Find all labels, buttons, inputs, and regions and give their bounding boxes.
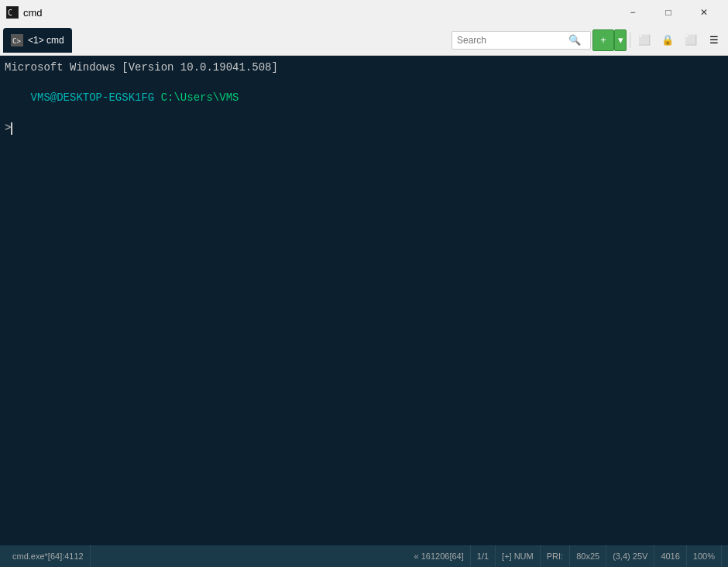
- tab-label: <1> cmd: [28, 35, 64, 46]
- add-tab-button[interactable]: +: [592, 29, 614, 51]
- title-bar: C cmd − □ ✕: [0, 0, 728, 25]
- terminal-path: C:\Users\VMS: [154, 91, 239, 104]
- minimize-button[interactable]: −: [615, 0, 651, 25]
- terminal-cursor: [11, 122, 12, 135]
- status-size: 80x25: [570, 545, 606, 567]
- status-numlock: [+] NUM: [496, 545, 541, 567]
- app-icon: C: [6, 6, 19, 19]
- status-mem: 4016: [654, 545, 686, 567]
- status-zoom: 100%: [687, 545, 722, 567]
- status-bar: cmd.exe*[64]:4112 « 161206[64] 1/1 [+] N…: [0, 545, 728, 567]
- window-title: cmd: [23, 7, 610, 19]
- add-button-group: + ▾: [592, 29, 627, 51]
- toolbar-separator-1: [630, 33, 630, 48]
- pane-button[interactable]: ⬜: [634, 29, 655, 51]
- menu-button[interactable]: ☰: [703, 29, 725, 51]
- terminal-line-1: Microsoft Windows [Version 10.0.19041.50…: [5, 60, 723, 76]
- terminal-line-2: VMS@DESKTOP-EGSK1FG C:\Users\VMS: [5, 76, 723, 122]
- split-button[interactable]: ⬜: [680, 29, 702, 51]
- search-icon: 🔍: [568, 34, 581, 46]
- window-controls: − □ ✕: [615, 0, 722, 25]
- status-pri: PRI:: [541, 545, 570, 567]
- status-tab: 1/1: [471, 545, 496, 567]
- cmd-tab-icon: C>: [11, 34, 23, 46]
- add-tab-dropdown[interactable]: ▾: [614, 29, 627, 51]
- terminal-prompt: >: [5, 121, 11, 136]
- search-box[interactable]: 🔍: [452, 31, 591, 50]
- status-process: cmd.exe*[64]:4112: [6, 545, 91, 567]
- search-input[interactable]: [457, 35, 565, 46]
- close-button[interactable]: ✕: [686, 0, 722, 25]
- maximize-button[interactable]: □: [651, 0, 686, 25]
- terminal-area[interactable]: Microsoft Windows [Version 10.0.19041.50…: [0, 56, 728, 545]
- status-coords: (3,4) 25V: [606, 545, 654, 567]
- toolbar-right: 🔍 + ▾ ⬜ 🔒 ⬜ ☰: [452, 29, 725, 51]
- svg-text:C>: C>: [12, 37, 21, 45]
- terminal-user: VMS@DESKTOP-EGSK1FG: [31, 91, 155, 104]
- cmd-tab[interactable]: C> <1> cmd: [3, 28, 72, 53]
- svg-text:C: C: [8, 9, 12, 17]
- lock-button[interactable]: 🔒: [657, 29, 678, 51]
- status-position: « 161206[64]: [408, 545, 471, 567]
- terminal-prompt-line: >: [5, 121, 723, 136]
- tab-bar: C> <1> cmd 🔍 + ▾ ⬜ 🔒 ⬜ ☰: [0, 25, 728, 56]
